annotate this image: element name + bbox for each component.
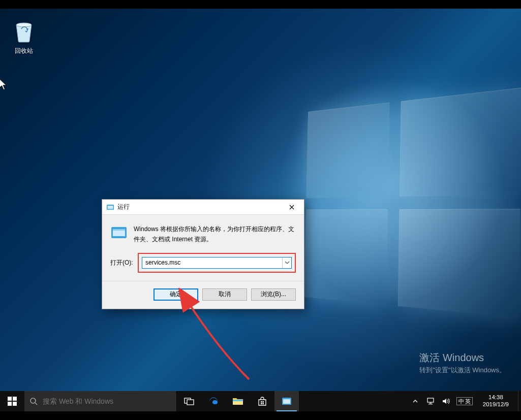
run-dialog-description: Windows 将根据你所输入的名称，为你打开相应的程序、文件夹、文档或 Int… (134, 224, 296, 245)
tray-network-icon[interactable] (426, 397, 435, 406)
svg-line-11 (35, 403, 37, 405)
run-dialog-titlebar[interactable]: 运行 (102, 200, 304, 215)
watermark-line1: 激活 Windows (419, 351, 506, 365)
taskbar-search-box[interactable] (24, 391, 177, 411)
clock-time: 14:38 (483, 394, 509, 401)
volume-icon (442, 398, 450, 405)
open-input[interactable] (142, 259, 282, 266)
svg-rect-18 (261, 403, 262, 405)
chevron-up-icon (413, 400, 418, 403)
svg-rect-24 (428, 404, 433, 404)
taskbar-file-explorer-button[interactable] (226, 391, 250, 411)
network-icon (426, 398, 435, 405)
search-icon (29, 397, 38, 405)
task-view-icon (184, 397, 194, 405)
folder-icon (232, 397, 243, 406)
edge-icon (208, 396, 219, 407)
clock-date: 2019/12/9 (483, 401, 509, 408)
taskbar-store-button[interactable] (250, 391, 274, 411)
open-field-label: 打开(O): (110, 259, 134, 267)
svg-rect-9 (13, 402, 17, 406)
svg-rect-22 (427, 398, 434, 402)
store-icon (257, 396, 267, 406)
browse-button[interactable]: 浏览(B)... (251, 288, 296, 301)
open-combobox[interactable] (142, 257, 292, 269)
taskbar-clock[interactable]: 14:38 2019/12/9 (479, 394, 513, 408)
svg-rect-23 (430, 403, 432, 403)
run-dialog-button-row: 确定 取消 浏览(B)... (102, 281, 304, 309)
run-app-icon (281, 397, 292, 406)
tray-overflow-button[interactable] (411, 397, 420, 406)
run-dialog-title: 运行 (117, 203, 280, 211)
ok-button[interactable]: 确定 (154, 288, 198, 301)
task-view-button[interactable] (177, 391, 201, 411)
chevron-down-icon (285, 261, 290, 264)
desktop[interactable]: 回收站 激活 Windows 转到"设置"以激活 Windows。 运行 (0, 9, 521, 411)
recycle-bin-desktop-icon[interactable]: 回收站 (6, 19, 42, 55)
svg-rect-2 (108, 206, 113, 209)
svg-rect-21 (283, 399, 290, 404)
close-icon (289, 205, 294, 210)
taskbar-search-input[interactable] (43, 397, 171, 405)
run-dialog: 运行 Windows 将根据你所输入的名称，为你打开相应的程序、文件夹、文档或 … (102, 199, 304, 309)
show-desktop-button[interactable] (518, 391, 521, 411)
svg-rect-13 (187, 400, 194, 405)
recycle-bin-label: 回收站 (6, 47, 42, 55)
ime-lang: 英 (465, 398, 471, 405)
tray-volume-icon[interactable] (441, 397, 450, 406)
windows-start-icon (8, 397, 17, 406)
watermark-line2: 转到"设置"以激活 Windows。 (419, 366, 506, 375)
svg-rect-17 (263, 401, 264, 403)
svg-rect-7 (13, 397, 17, 401)
open-field-highlight-annotation (138, 253, 296, 273)
taskbar: 中 英 14:38 2019/12/9 (0, 391, 521, 411)
svg-rect-19 (263, 403, 264, 405)
combobox-dropdown-button[interactable] (282, 257, 291, 268)
taskbar-edge-button[interactable] (201, 391, 226, 411)
tray-ime-indicator[interactable]: 中 英 (456, 397, 473, 405)
start-button[interactable] (0, 391, 24, 411)
svg-rect-8 (8, 402, 12, 406)
svg-rect-16 (261, 401, 262, 403)
mouse-cursor-icon (0, 79, 8, 91)
run-dialog-titlebar-icon (106, 203, 114, 211)
activation-watermark: 激活 Windows 转到"设置"以激活 Windows。 (419, 351, 506, 375)
svg-rect-5 (113, 229, 125, 231)
system-tray: 中 英 14:38 2019/12/9 (406, 391, 518, 411)
svg-point-10 (30, 398, 36, 403)
svg-rect-6 (8, 397, 12, 401)
svg-rect-15 (233, 400, 243, 401)
taskbar-run-app-button[interactable] (274, 391, 299, 411)
recycle-bin-icon (13, 19, 35, 43)
ime-layout: 中 (458, 398, 464, 405)
cancel-button[interactable]: 取消 (202, 288, 247, 301)
wallpaper-windows-logo (304, 88, 521, 338)
svg-point-0 (16, 23, 32, 27)
close-button[interactable] (280, 200, 303, 214)
run-dialog-app-icon (110, 224, 128, 241)
